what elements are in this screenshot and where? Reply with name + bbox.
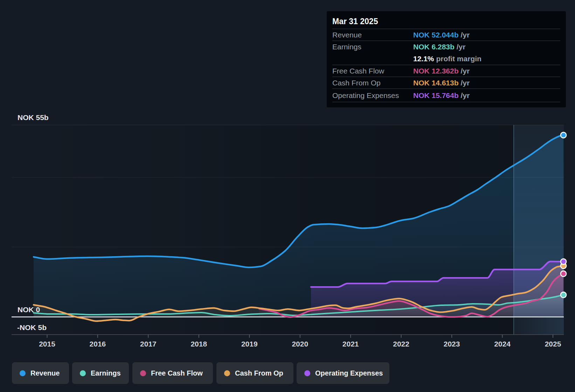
svg-text:2019: 2019 xyxy=(241,340,258,348)
svg-text:2024: 2024 xyxy=(494,340,511,348)
svg-text:2020: 2020 xyxy=(292,340,308,348)
svg-text:2016: 2016 xyxy=(90,340,106,348)
svg-text:NOK 55b: NOK 55b xyxy=(18,113,49,121)
svg-text:2023: 2023 xyxy=(444,340,460,348)
svg-text:2022: 2022 xyxy=(393,340,409,348)
svg-text:2017: 2017 xyxy=(140,340,157,348)
svg-text:2015: 2015 xyxy=(39,340,55,348)
svg-text:-NOK 5b: -NOK 5b xyxy=(17,323,47,331)
svg-text:2025: 2025 xyxy=(545,340,561,348)
svg-text:NOK 0: NOK 0 xyxy=(18,306,40,314)
svg-text:2018: 2018 xyxy=(190,340,207,348)
svg-text:2021: 2021 xyxy=(342,340,359,348)
